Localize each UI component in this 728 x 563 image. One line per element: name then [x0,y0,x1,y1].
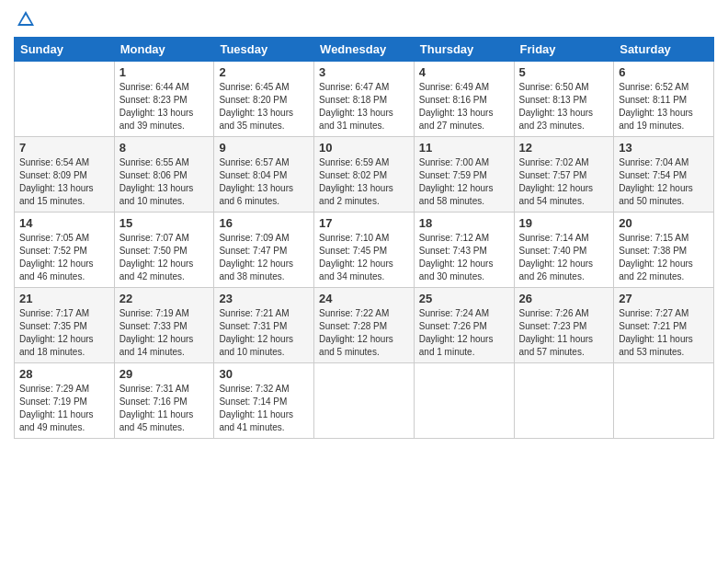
day-info: Sunrise: 6:55 AM Sunset: 8:06 PM Dayligh… [119,156,210,208]
day-info: Sunrise: 6:59 AM Sunset: 8:02 PM Dayligh… [319,156,409,208]
day-info: Sunrise: 7:10 AM Sunset: 7:45 PM Dayligh… [319,232,409,283]
calendar-cell: 7Sunrise: 6:54 AM Sunset: 8:09 PM Daylig… [15,137,115,213]
day-number: 30 [219,367,309,381]
calendar-cell: 1Sunrise: 6:44 AM Sunset: 8:23 PM Daylig… [114,62,214,137]
calendar-cell: 23Sunrise: 7:21 AM Sunset: 7:31 PM Dayli… [214,288,314,363]
day-number: 19 [519,216,609,230]
day-number: 22 [119,292,210,305]
day-number: 1 [119,65,210,79]
calendar-cell: 13Sunrise: 7:04 AM Sunset: 7:54 PM Dayli… [614,137,714,213]
calendar-cell: 21Sunrise: 7:17 AM Sunset: 7:35 PM Dayli… [15,288,115,363]
day-number: 5 [519,65,609,79]
day-number: 24 [319,292,409,305]
day-number: 26 [519,292,609,305]
day-info: Sunrise: 6:50 AM Sunset: 8:13 PM Dayligh… [519,81,609,132]
day-info: Sunrise: 7:00 AM Sunset: 7:59 PM Dayligh… [419,156,509,208]
day-info: Sunrise: 7:21 AM Sunset: 7:31 PM Dayligh… [219,307,309,359]
calendar-cell: 15Sunrise: 7:07 AM Sunset: 7:50 PM Dayli… [114,213,214,288]
calendar-cell: 26Sunrise: 7:26 AM Sunset: 7:23 PM Dayli… [514,288,614,363]
calendar-cell: 22Sunrise: 7:19 AM Sunset: 7:33 PM Dayli… [114,288,214,363]
day-number: 10 [319,141,409,155]
day-number: 28 [19,367,109,381]
day-info: Sunrise: 6:44 AM Sunset: 8:23 PM Dayligh… [119,81,210,132]
header-day-sunday: Sunday [15,38,115,62]
day-info: Sunrise: 6:49 AM Sunset: 8:16 PM Dayligh… [419,81,509,132]
calendar-week-5: 28Sunrise: 7:29 AM Sunset: 7:19 PM Dayli… [15,363,714,439]
calendar-cell: 10Sunrise: 6:59 AM Sunset: 8:02 PM Dayli… [314,137,415,213]
calendar-cell: 8Sunrise: 6:55 AM Sunset: 8:06 PM Daylig… [114,137,214,213]
calendar-cell: 12Sunrise: 7:02 AM Sunset: 7:57 PM Dayli… [514,137,614,213]
day-info: Sunrise: 7:19 AM Sunset: 7:33 PM Dayligh… [119,307,210,359]
header-day-monday: Monday [114,38,214,62]
day-info: Sunrise: 7:31 AM Sunset: 7:16 PM Dayligh… [119,383,210,434]
calendar-cell [15,62,115,137]
header [14,9,714,29]
day-number: 8 [119,141,210,155]
day-number: 2 [219,65,309,79]
day-number: 7 [19,141,109,155]
calendar-cell [614,363,714,439]
calendar-cell: 16Sunrise: 7:09 AM Sunset: 7:47 PM Dayli… [214,213,314,288]
day-info: Sunrise: 7:22 AM Sunset: 7:28 PM Dayligh… [319,307,409,359]
day-info: Sunrise: 6:52 AM Sunset: 8:11 PM Dayligh… [619,81,709,132]
day-info: Sunrise: 6:57 AM Sunset: 8:04 PM Dayligh… [219,156,309,208]
calendar-week-4: 21Sunrise: 7:17 AM Sunset: 7:35 PM Dayli… [15,288,714,363]
day-number: 11 [419,141,509,155]
calendar-cell: 11Sunrise: 7:00 AM Sunset: 7:59 PM Dayli… [414,137,514,213]
day-info: Sunrise: 7:32 AM Sunset: 7:14 PM Dayligh… [219,383,309,434]
calendar-week-2: 7Sunrise: 6:54 AM Sunset: 8:09 PM Daylig… [15,137,714,213]
day-info: Sunrise: 7:09 AM Sunset: 7:47 PM Dayligh… [219,232,309,283]
day-number: 14 [19,216,109,230]
day-number: 21 [19,292,109,305]
calendar-cell: 2Sunrise: 6:45 AM Sunset: 8:20 PM Daylig… [214,62,314,137]
calendar-cell: 28Sunrise: 7:29 AM Sunset: 7:19 PM Dayli… [15,363,115,439]
day-number: 20 [619,216,709,230]
day-info: Sunrise: 7:07 AM Sunset: 7:50 PM Dayligh… [119,232,210,283]
calendar-cell [314,363,415,439]
calendar-cell: 29Sunrise: 7:31 AM Sunset: 7:16 PM Dayli… [114,363,214,439]
calendar-cell: 27Sunrise: 7:27 AM Sunset: 7:21 PM Dayli… [614,288,714,363]
day-info: Sunrise: 6:54 AM Sunset: 8:09 PM Dayligh… [19,156,109,208]
day-number: 4 [419,65,509,79]
calendar-cell [514,363,614,439]
day-number: 15 [119,216,210,230]
day-number: 23 [219,292,309,305]
calendar-cell: 18Sunrise: 7:12 AM Sunset: 7:43 PM Dayli… [414,213,514,288]
day-info: Sunrise: 7:14 AM Sunset: 7:40 PM Dayligh… [519,232,609,283]
calendar-cell: 20Sunrise: 7:15 AM Sunset: 7:38 PM Dayli… [614,213,714,288]
day-number: 25 [419,292,509,305]
day-number: 12 [519,141,609,155]
calendar-cell: 9Sunrise: 6:57 AM Sunset: 8:04 PM Daylig… [214,137,314,213]
calendar-cell: 25Sunrise: 7:24 AM Sunset: 7:26 PM Dayli… [414,288,514,363]
day-info: Sunrise: 6:47 AM Sunset: 8:18 PM Dayligh… [319,81,409,132]
day-info: Sunrise: 6:45 AM Sunset: 8:20 PM Dayligh… [219,81,309,132]
calendar-cell: 5Sunrise: 6:50 AM Sunset: 8:13 PM Daylig… [514,62,614,137]
calendar-week-3: 14Sunrise: 7:05 AM Sunset: 7:52 PM Dayli… [15,213,714,288]
header-day-thursday: Thursday [414,38,514,62]
day-info: Sunrise: 7:05 AM Sunset: 7:52 PM Dayligh… [19,232,109,283]
calendar-cell: 3Sunrise: 6:47 AM Sunset: 8:18 PM Daylig… [314,62,415,137]
calendar-cell: 30Sunrise: 7:32 AM Sunset: 7:14 PM Dayli… [214,363,314,439]
day-info: Sunrise: 7:04 AM Sunset: 7:54 PM Dayligh… [619,156,709,208]
day-number: 27 [619,292,709,305]
day-number: 18 [419,216,509,230]
calendar-cell: 24Sunrise: 7:22 AM Sunset: 7:28 PM Dayli… [314,288,415,363]
calendar-week-1: 1Sunrise: 6:44 AM Sunset: 8:23 PM Daylig… [15,62,714,137]
logo-icon [16,9,36,29]
day-info: Sunrise: 7:27 AM Sunset: 7:21 PM Dayligh… [619,307,709,359]
page-container: SundayMondayTuesdayWednesdayThursdayFrid… [0,0,728,448]
header-day-saturday: Saturday [614,38,714,62]
calendar-cell [414,363,514,439]
calendar-cell: 4Sunrise: 6:49 AM Sunset: 8:16 PM Daylig… [414,62,514,137]
day-info: Sunrise: 7:29 AM Sunset: 7:19 PM Dayligh… [19,383,109,434]
day-number: 3 [319,65,409,79]
header-day-friday: Friday [514,38,614,62]
day-number: 13 [619,141,709,155]
day-info: Sunrise: 7:24 AM Sunset: 7:26 PM Dayligh… [419,307,509,359]
day-info: Sunrise: 7:15 AM Sunset: 7:38 PM Dayligh… [619,232,709,283]
day-number: 16 [219,216,309,230]
day-number: 17 [319,216,409,230]
day-info: Sunrise: 7:02 AM Sunset: 7:57 PM Dayligh… [519,156,609,208]
day-info: Sunrise: 7:26 AM Sunset: 7:23 PM Dayligh… [519,307,609,359]
calendar-table: SundayMondayTuesdayWednesdayThursdayFrid… [14,37,714,439]
